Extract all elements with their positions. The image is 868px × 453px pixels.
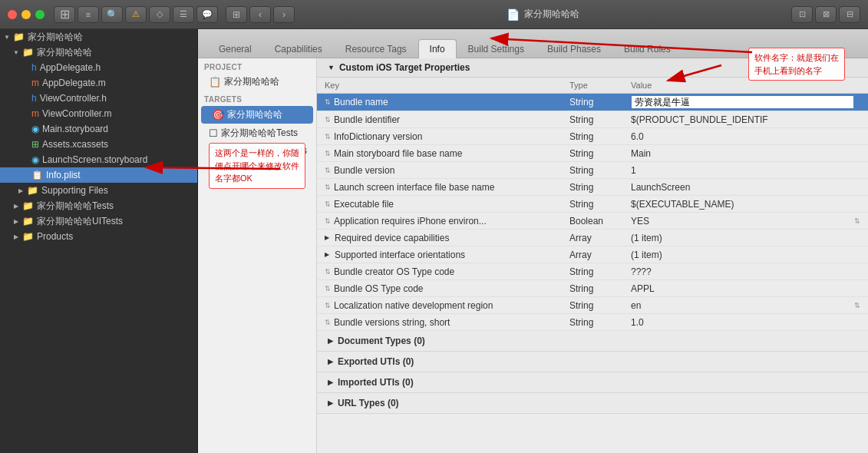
toolbar-menu-btn[interactable]: ☰: [173, 6, 194, 23]
editor-tab-bar: General Capabilities Resource Tags Info …: [198, 29, 868, 58]
nav-fwd-btn[interactable]: ›: [273, 6, 295, 23]
close-button[interactable]: [8, 10, 17, 19]
prop-row-launch-screen[interactable]: ⇅ Launch screen interface file base name…: [317, 179, 868, 196]
section-exported-utis[interactable]: ▶ Exported UTIs (0): [317, 352, 868, 372]
prop-row-infodictversion[interactable]: ⇅ InfoDictionary version String 6.0: [317, 128, 868, 145]
toolbar-warn-btn[interactable]: ⚠: [125, 6, 147, 23]
project-nav-target-main[interactable]: 🎯 家分期哈哈哈: [201, 106, 313, 124]
file-tree-root[interactable]: ▼ 📁 家分期哈哈哈: [0, 29, 197, 45]
prop-row-bundle-id[interactable]: ⇅ Bundle identifier String $(PRODUCT_BUN…: [317, 111, 868, 128]
file-tree-group1[interactable]: ▼ 📁 家分期哈哈哈: [0, 45, 197, 60]
file-tree-mainstoryboard[interactable]: ◉ Main.storyboard: [0, 121, 197, 137]
prop-row-creator-code[interactable]: ⇅ Bundle creator OS Type code String ???…: [317, 263, 868, 280]
prop-key-device-caps: ▶ Required device capabilities: [317, 231, 562, 245]
launchscreen-label: LaunchScreen.storyboard: [42, 154, 147, 165]
file-tree-appdelegatem[interactable]: m AppDelegate.m: [0, 75, 197, 91]
prop-row-executable[interactable]: ⇅ Executable file String $(EXECUTABLE_NA…: [317, 196, 868, 213]
prop-key-interface-orient: ▶ Supported interface orientations: [317, 248, 562, 262]
doc-types-tri: ▶: [328, 337, 333, 345]
products-icon: 📁: [22, 231, 34, 242]
project-nav-project[interactable]: 📋 家分期哈哈哈: [198, 73, 316, 91]
tab-build-rules[interactable]: Build Rules: [612, 39, 682, 58]
tab-info[interactable]: Info: [418, 39, 457, 58]
editor-btn-1[interactable]: ⊡: [791, 6, 813, 23]
prop-value-locale[interactable]: en ⇅: [623, 299, 868, 312]
bool-arrows: ⇅: [854, 217, 860, 225]
section-url-types[interactable]: ▶ URL Types (0): [317, 393, 868, 414]
prop-key-bundle-name: ⇅ Bundle name: [317, 95, 562, 109]
project-nav-target-uitests[interactable]: ☐ 家分期哈哈哈UITests: [198, 142, 316, 160]
prop-row-main-storyboard[interactable]: ⇅ Main storyboard file base name String …: [317, 145, 868, 162]
sort-arr-5: ⇅: [325, 184, 331, 191]
toolbar-break-btn[interactable]: ◇: [149, 6, 170, 23]
prop-value-bundle-version: 1: [623, 164, 868, 177]
prop-type-executable: String: [562, 197, 623, 211]
editor-panel: General Capabilities Resource Tags Info …: [198, 29, 868, 453]
sort-arr-2: ⇅: [325, 133, 331, 141]
doc-types-label: Document Types (0): [338, 336, 425, 346]
prop-key-bundle-version: ⇅ Bundle version: [317, 164, 562, 177]
tab-build-settings[interactable]: Build Settings: [457, 39, 536, 58]
uitests-arrow: ▶: [12, 218, 20, 225]
grid-view-btn[interactable]: ⊞: [226, 6, 247, 23]
prop-value-infodictversion: 6.0: [623, 130, 868, 144]
prop-row-bundle-name[interactable]: ⇅ Bundle name String: [317, 94, 868, 111]
section-doc-types[interactable]: ▶ Document Types (0): [317, 331, 868, 352]
editor-btn-3[interactable]: ⊟: [839, 6, 860, 23]
prop-row-bundle-version[interactable]: ⇅ Bundle version String 1: [317, 162, 868, 179]
exported-utis-tri: ▶: [328, 358, 333, 365]
project-navigator-panel: PROJECT 📋 家分期哈哈哈 TARGETS 🎯 家分期哈哈哈 ☐ 家分期哈…: [198, 58, 317, 453]
table-header-row: Key Type Value: [317, 78, 868, 94]
bundle-name-input[interactable]: [631, 95, 854, 109]
prop-type-version-short: String: [562, 316, 623, 329]
prop-value-iphone-env[interactable]: YES ⇅: [623, 214, 868, 228]
file-tree-uitests[interactable]: ▶ 📁 家分期哈哈哈UITests: [0, 213, 197, 229]
prop-type-device-caps: Array: [562, 231, 623, 245]
toolbar-nav-btn[interactable]: ⊞: [54, 6, 75, 23]
prop-row-interface-orient[interactable]: ▶ Supported interface orientations Array…: [317, 246, 868, 263]
tab-build-phases[interactable]: Build Phases: [536, 39, 612, 58]
nav-back-btn[interactable]: ‹: [249, 6, 271, 23]
file-tree-tests[interactable]: ▶ 📁 家分期哈哈哈Tests: [0, 198, 197, 213]
tab-capabilities[interactable]: Capabilities: [263, 39, 334, 58]
file-tree-assets[interactable]: ⊞ Assets.xcassets: [0, 137, 197, 152]
section-title-ios-props[interactable]: ▼ Custom iOS Target Properties: [317, 58, 868, 78]
uitests-icon: 📁: [22, 216, 34, 226]
imported-utis-label: Imported UTIs (0): [338, 377, 414, 388]
prop-value-bundle-name[interactable]: [623, 94, 868, 111]
prop-row-locale[interactable]: ⇅ Localization native development region…: [317, 297, 868, 314]
prop-row-device-caps[interactable]: ▶ Required device capabilities Array (1 …: [317, 230, 868, 246]
tab-resource-tags[interactable]: Resource Tags: [334, 39, 418, 58]
locale-arrows: ⇅: [854, 302, 860, 309]
file-tree-supporting[interactable]: ▶ 📁 Supporting Files: [0, 183, 197, 198]
tab-general[interactable]: General: [207, 39, 263, 58]
infoplist-label: Info.plist: [46, 170, 81, 180]
tests-arrow: ▶: [12, 203, 20, 210]
editor-btn-2[interactable]: ⊠: [815, 6, 837, 23]
prop-row-iphone-env[interactable]: ⇅ Application requires iPhone environ...…: [317, 213, 868, 230]
toolbar-search-btn[interactable]: 🔍: [101, 6, 123, 23]
section-imported-utis[interactable]: ▶ Imported UTIs (0): [317, 372, 868, 393]
file-tree-products[interactable]: ▶ 📁 Products: [0, 229, 197, 244]
group1-arrow: ▼: [12, 49, 20, 56]
file-tree-viewcontrollerh[interactable]: h ViewController.h: [0, 91, 197, 106]
file-tree-infoplist[interactable]: 📋 Info.plist: [0, 167, 197, 183]
prop-row-version-short[interactable]: ⇅ Bundle versions string, short String 1…: [317, 314, 868, 331]
storyboard-icon: ◉: [31, 124, 39, 134]
project-nav-target-tests[interactable]: ☐ 家分期哈哈哈Tests: [198, 124, 316, 142]
maximize-button[interactable]: [35, 10, 45, 19]
minimize-button[interactable]: [21, 10, 31, 19]
appdelegate-m-label: AppDelegate.m: [42, 78, 106, 88]
file-tree-viewcontrollerm[interactable]: m ViewController.m: [0, 106, 197, 121]
file-tree-appdelegateh[interactable]: h AppDelegate.h: [0, 60, 197, 75]
prop-row-os-type[interactable]: ⇅ Bundle OS Type code String APPL: [317, 280, 868, 297]
sort-arr-11: ⇅: [325, 319, 331, 326]
prop-type-infodictversion: String: [562, 130, 623, 144]
toolbar-list-btn[interactable]: ≡: [78, 6, 99, 23]
file-tree-launchscreen[interactable]: ◉ LaunchScreen.storyboard: [0, 152, 197, 167]
toolbar-msg-btn[interactable]: 💬: [196, 6, 218, 23]
prop-key-iphone-env: ⇅ Application requires iPhone environ...: [317, 214, 562, 228]
sort-arr-4: ⇅: [325, 167, 331, 174]
tests-icon: 📁: [22, 200, 34, 211]
sort-arr-3: ⇅: [325, 150, 331, 157]
